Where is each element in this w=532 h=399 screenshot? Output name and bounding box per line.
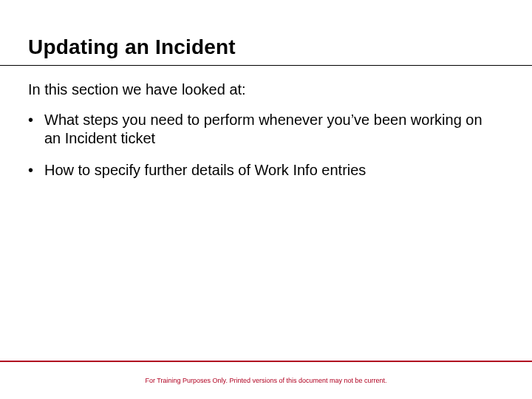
intro-text: In this section we have looked at: xyxy=(28,81,246,98)
list-item: What steps you need to perform whenever … xyxy=(28,111,502,148)
footer-divider xyxy=(0,361,532,362)
list-item: How to specify further details of Work I… xyxy=(28,161,502,180)
bullet-icon xyxy=(28,111,44,148)
bullet-text: What steps you need to perform whenever … xyxy=(44,111,502,148)
footer-text: For Training Purposes Only. Printed vers… xyxy=(0,377,532,384)
title-underline xyxy=(0,65,532,66)
bullet-text: How to specify further details of Work I… xyxy=(44,161,502,180)
slide-title: Updating an Incident xyxy=(28,35,236,59)
bullet-icon xyxy=(28,161,44,180)
slide: Updating an Incident In this section we … xyxy=(0,0,532,399)
bullet-list: What steps you need to perform whenever … xyxy=(28,111,502,193)
